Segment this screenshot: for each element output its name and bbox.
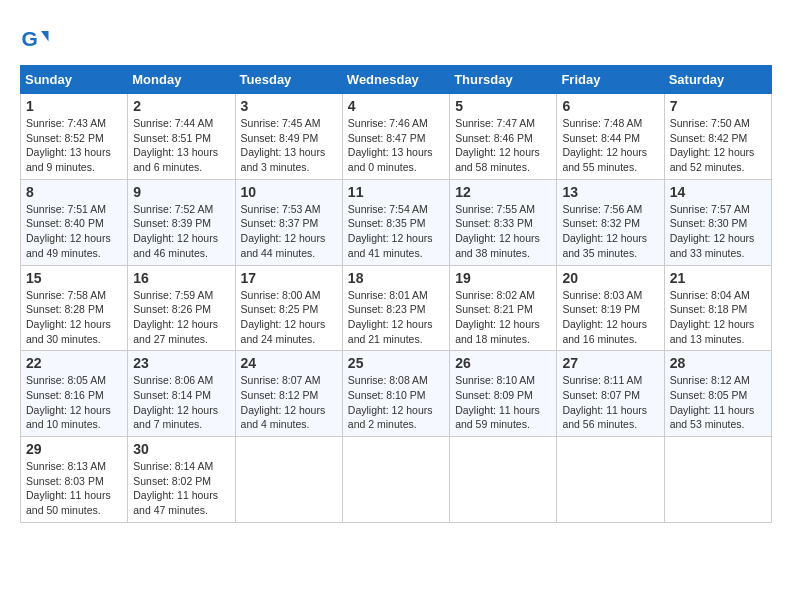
calendar-header-row: Sunday Monday Tuesday Wednesday Thursday… [21,66,772,94]
calendar-table: Sunday Monday Tuesday Wednesday Thursday… [20,65,772,523]
header-thursday: Thursday [450,66,557,94]
day-number: 12 [455,184,551,200]
day-number: 27 [562,355,658,371]
day-cell-11: 11 Sunrise: 7:54 AM Sunset: 8:35 PM Dayl… [342,179,449,265]
day-info: Sunrise: 8:10 AM Sunset: 8:09 PM Dayligh… [455,373,551,432]
day-number: 14 [670,184,766,200]
day-info: Sunrise: 7:44 AM Sunset: 8:51 PM Dayligh… [133,116,229,175]
day-number: 9 [133,184,229,200]
day-cell-24: 24 Sunrise: 8:07 AM Sunset: 8:12 PM Dayl… [235,351,342,437]
day-info: Sunrise: 8:14 AM Sunset: 8:02 PM Dayligh… [133,459,229,518]
day-number: 5 [455,98,551,114]
day-number: 4 [348,98,444,114]
day-info: Sunrise: 7:43 AM Sunset: 8:52 PM Dayligh… [26,116,122,175]
logo-icon: G [20,25,50,55]
day-number: 8 [26,184,122,200]
day-info: Sunrise: 8:07 AM Sunset: 8:12 PM Dayligh… [241,373,337,432]
day-info: Sunrise: 8:02 AM Sunset: 8:21 PM Dayligh… [455,288,551,347]
day-number: 24 [241,355,337,371]
empty-cell [235,437,342,523]
day-cell-30: 30 Sunrise: 8:14 AM Sunset: 8:02 PM Dayl… [128,437,235,523]
day-number: 3 [241,98,337,114]
day-cell-3: 3 Sunrise: 7:45 AM Sunset: 8:49 PM Dayli… [235,94,342,180]
day-cell-1: 1 Sunrise: 7:43 AM Sunset: 8:52 PM Dayli… [21,94,128,180]
day-cell-17: 17 Sunrise: 8:00 AM Sunset: 8:25 PM Dayl… [235,265,342,351]
header-saturday: Saturday [664,66,771,94]
day-number: 28 [670,355,766,371]
day-number: 29 [26,441,122,457]
day-cell-9: 9 Sunrise: 7:52 AM Sunset: 8:39 PM Dayli… [128,179,235,265]
day-cell-25: 25 Sunrise: 8:08 AM Sunset: 8:10 PM Dayl… [342,351,449,437]
day-info: Sunrise: 7:58 AM Sunset: 8:28 PM Dayligh… [26,288,122,347]
day-number: 23 [133,355,229,371]
day-cell-15: 15 Sunrise: 7:58 AM Sunset: 8:28 PM Dayl… [21,265,128,351]
day-cell-21: 21 Sunrise: 8:04 AM Sunset: 8:18 PM Dayl… [664,265,771,351]
svg-marker-1 [41,31,49,42]
day-number: 26 [455,355,551,371]
day-info: Sunrise: 7:53 AM Sunset: 8:37 PM Dayligh… [241,202,337,261]
day-number: 30 [133,441,229,457]
empty-cell [557,437,664,523]
day-cell-12: 12 Sunrise: 7:55 AM Sunset: 8:33 PM Dayl… [450,179,557,265]
day-info: Sunrise: 7:54 AM Sunset: 8:35 PM Dayligh… [348,202,444,261]
day-info: Sunrise: 8:04 AM Sunset: 8:18 PM Dayligh… [670,288,766,347]
day-info: Sunrise: 7:57 AM Sunset: 8:30 PM Dayligh… [670,202,766,261]
day-cell-26: 26 Sunrise: 8:10 AM Sunset: 8:09 PM Dayl… [450,351,557,437]
day-cell-23: 23 Sunrise: 8:06 AM Sunset: 8:14 PM Dayl… [128,351,235,437]
day-number: 11 [348,184,444,200]
day-cell-7: 7 Sunrise: 7:50 AM Sunset: 8:42 PM Dayli… [664,94,771,180]
day-number: 13 [562,184,658,200]
calendar-week-2: 8 Sunrise: 7:51 AM Sunset: 8:40 PM Dayli… [21,179,772,265]
day-info: Sunrise: 8:01 AM Sunset: 8:23 PM Dayligh… [348,288,444,347]
day-info: Sunrise: 7:46 AM Sunset: 8:47 PM Dayligh… [348,116,444,175]
day-cell-10: 10 Sunrise: 7:53 AM Sunset: 8:37 PM Dayl… [235,179,342,265]
day-cell-8: 8 Sunrise: 7:51 AM Sunset: 8:40 PM Dayli… [21,179,128,265]
header-sunday: Sunday [21,66,128,94]
calendar-week-3: 15 Sunrise: 7:58 AM Sunset: 8:28 PM Dayl… [21,265,772,351]
day-number: 10 [241,184,337,200]
day-cell-14: 14 Sunrise: 7:57 AM Sunset: 8:30 PM Dayl… [664,179,771,265]
logo: G [20,25,52,55]
calendar-week-1: 1 Sunrise: 7:43 AM Sunset: 8:52 PM Dayli… [21,94,772,180]
day-info: Sunrise: 8:03 AM Sunset: 8:19 PM Dayligh… [562,288,658,347]
empty-cell [342,437,449,523]
day-number: 25 [348,355,444,371]
day-cell-4: 4 Sunrise: 7:46 AM Sunset: 8:47 PM Dayli… [342,94,449,180]
header-tuesday: Tuesday [235,66,342,94]
day-number: 15 [26,270,122,286]
day-cell-28: 28 Sunrise: 8:12 AM Sunset: 8:05 PM Dayl… [664,351,771,437]
day-info: Sunrise: 8:12 AM Sunset: 8:05 PM Dayligh… [670,373,766,432]
day-cell-20: 20 Sunrise: 8:03 AM Sunset: 8:19 PM Dayl… [557,265,664,351]
day-cell-5: 5 Sunrise: 7:47 AM Sunset: 8:46 PM Dayli… [450,94,557,180]
day-info: Sunrise: 8:06 AM Sunset: 8:14 PM Dayligh… [133,373,229,432]
day-cell-19: 19 Sunrise: 8:02 AM Sunset: 8:21 PM Dayl… [450,265,557,351]
empty-cell [450,437,557,523]
day-number: 19 [455,270,551,286]
calendar-week-5: 29 Sunrise: 8:13 AM Sunset: 8:03 PM Dayl… [21,437,772,523]
day-info: Sunrise: 8:11 AM Sunset: 8:07 PM Dayligh… [562,373,658,432]
day-cell-2: 2 Sunrise: 7:44 AM Sunset: 8:51 PM Dayli… [128,94,235,180]
day-info: Sunrise: 7:50 AM Sunset: 8:42 PM Dayligh… [670,116,766,175]
header-wednesday: Wednesday [342,66,449,94]
day-number: 6 [562,98,658,114]
day-info: Sunrise: 7:51 AM Sunset: 8:40 PM Dayligh… [26,202,122,261]
day-info: Sunrise: 7:56 AM Sunset: 8:32 PM Dayligh… [562,202,658,261]
day-number: 21 [670,270,766,286]
calendar-week-4: 22 Sunrise: 8:05 AM Sunset: 8:16 PM Dayl… [21,351,772,437]
day-cell-27: 27 Sunrise: 8:11 AM Sunset: 8:07 PM Dayl… [557,351,664,437]
day-info: Sunrise: 8:05 AM Sunset: 8:16 PM Dayligh… [26,373,122,432]
day-number: 1 [26,98,122,114]
day-info: Sunrise: 7:47 AM Sunset: 8:46 PM Dayligh… [455,116,551,175]
day-info: Sunrise: 8:13 AM Sunset: 8:03 PM Dayligh… [26,459,122,518]
day-number: 22 [26,355,122,371]
day-cell-6: 6 Sunrise: 7:48 AM Sunset: 8:44 PM Dayli… [557,94,664,180]
day-cell-13: 13 Sunrise: 7:56 AM Sunset: 8:32 PM Dayl… [557,179,664,265]
page-header: G [20,20,772,55]
empty-cell [664,437,771,523]
svg-text:G: G [22,27,38,50]
day-info: Sunrise: 8:08 AM Sunset: 8:10 PM Dayligh… [348,373,444,432]
day-number: 2 [133,98,229,114]
day-cell-22: 22 Sunrise: 8:05 AM Sunset: 8:16 PM Dayl… [21,351,128,437]
day-number: 20 [562,270,658,286]
day-number: 18 [348,270,444,286]
